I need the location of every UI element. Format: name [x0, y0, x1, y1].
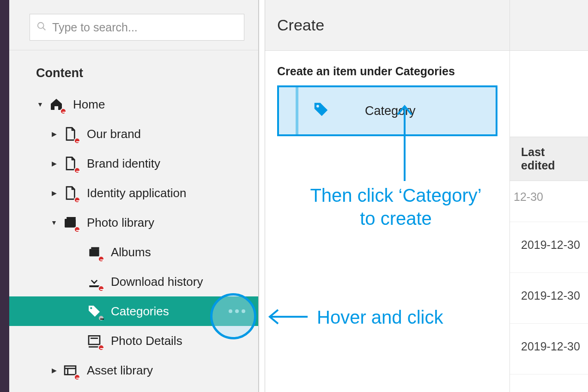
- page-icon: [62, 185, 79, 201]
- tree-item-our-brand[interactable]: ▶ Our brand: [9, 119, 258, 149]
- tree-item-download-history[interactable]: Download history: [9, 267, 258, 296]
- splitter[interactable]: [259, 0, 265, 392]
- panel-title: Create: [265, 0, 509, 51]
- tree-item-categories[interactable]: Categories: [9, 296, 258, 326]
- details-icon: [86, 332, 103, 349]
- caret-right-icon: ▶: [50, 160, 58, 167]
- search-icon: [36, 21, 51, 34]
- svg-point-14: [316, 105, 319, 108]
- create-panel: Create Create an item under Categories C…: [265, 0, 510, 392]
- search-input[interactable]: [51, 20, 237, 35]
- caret-right-icon: ▶: [50, 130, 58, 138]
- svg-point-7: [90, 307, 92, 309]
- home-icon: [48, 96, 65, 113]
- tag-icon: [312, 101, 365, 121]
- tree-item-label: Brand identity: [87, 157, 160, 171]
- caret-down-icon: ▼: [36, 101, 44, 108]
- more-actions-button[interactable]: [229, 309, 245, 313]
- date-cell: 12-30: [514, 190, 543, 204]
- svg-rect-8: [89, 336, 100, 344]
- search-box[interactable]: [30, 14, 244, 41]
- caret-right-icon: ▶: [50, 367, 58, 374]
- library-icon: [62, 362, 79, 379]
- caret-down-icon: ▼: [50, 219, 58, 226]
- album-icon: [86, 244, 103, 260]
- tag-icon: [86, 303, 103, 320]
- page-icon: [62, 155, 79, 172]
- date-cell: 2019-12-30: [521, 340, 580, 353]
- app-left-strip: [0, 0, 9, 392]
- panel-subtitle: Create an item under Categories: [277, 65, 497, 78]
- tree-item-label: Download history: [111, 275, 203, 289]
- tree-item-identity-application[interactable]: ▶ Identity application: [9, 178, 258, 208]
- date-cell: 2019-12-30: [521, 238, 580, 252]
- create-option-category[interactable]: Category: [277, 85, 497, 136]
- tree-item-home[interactable]: ▼ Home: [9, 90, 258, 119]
- tree-item-label: Photo Details: [111, 334, 182, 348]
- option-label: Category: [365, 104, 416, 118]
- tree-item-brand-identity[interactable]: ▶ Brand identity: [9, 149, 258, 178]
- gallery-icon: [62, 214, 79, 231]
- tree-item-photo-library[interactable]: ▼ Photo library: [9, 208, 258, 237]
- caret-right-icon: ▶: [50, 189, 58, 197]
- svg-rect-4: [89, 249, 99, 256]
- content-tree: ▼ Home ▶ Our brand ▶: [9, 90, 258, 385]
- content-table-partial: Last edited 12-30 2019-12-30 2019-12-30 …: [510, 0, 588, 392]
- tree-item-photo-details[interactable]: Photo Details: [9, 326, 258, 356]
- tree-item-label: Categories: [111, 304, 169, 319]
- tree-item-label: Photo library: [87, 216, 154, 230]
- svg-point-0: [38, 22, 44, 28]
- sidebar: Content ▼ Home ▶ Our brand: [9, 0, 259, 392]
- download-icon: [86, 273, 103, 290]
- tree-item-label: Identity application: [87, 186, 186, 200]
- date-cell: 2019-12-30: [521, 289, 580, 302]
- tree-item-asset-library[interactable]: ▶ Asset library: [9, 356, 258, 385]
- tree-item-label: Home: [73, 97, 105, 112]
- section-label-content: Content: [9, 50, 258, 90]
- svg-rect-5: [91, 247, 99, 249]
- svg-line-1: [43, 27, 46, 30]
- svg-rect-6: [89, 285, 99, 287]
- tree-item-albums[interactable]: Albums: [9, 237, 258, 267]
- page-icon: [62, 126, 79, 142]
- tree-item-label: Asset library: [87, 363, 153, 378]
- tree-item-label: Our brand: [87, 127, 141, 141]
- svg-rect-11: [65, 366, 76, 375]
- svg-rect-3: [67, 217, 76, 219]
- column-header-last-edited[interactable]: Last edited: [510, 137, 588, 181]
- tree-item-label: Albums: [111, 245, 151, 259]
- svg-rect-2: [65, 219, 76, 228]
